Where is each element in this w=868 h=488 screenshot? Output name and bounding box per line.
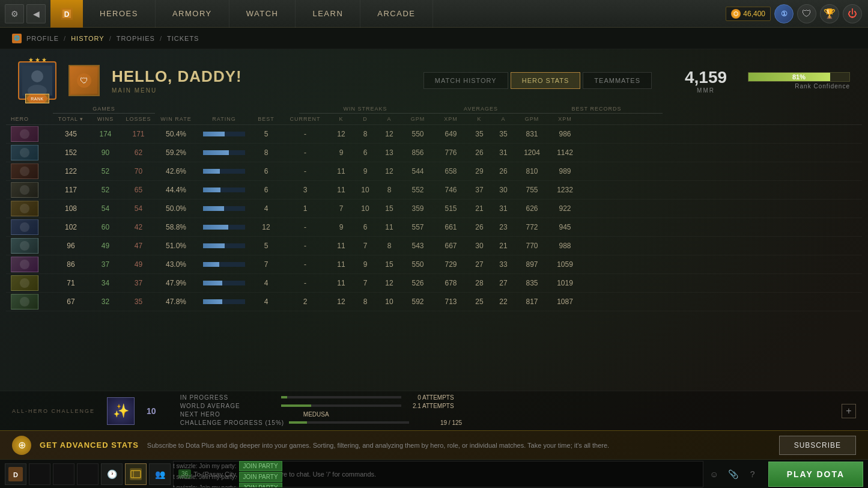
rating-bar-fill bbox=[203, 262, 219, 267]
next-hero-value: MEDUSA bbox=[281, 411, 329, 418]
cell-xpm: 661 bbox=[434, 223, 467, 231]
dota-plus-button[interactable]: ① bbox=[774, 4, 794, 23]
cell-current: - bbox=[281, 167, 329, 175]
breadcrumb-trophies[interactable]: TROPHIES bbox=[117, 35, 155, 42]
col-k: K bbox=[329, 116, 353, 122]
nav-heroes[interactable]: HEROES bbox=[83, 0, 156, 28]
cell-losses: 65 bbox=[122, 186, 155, 194]
cell-losses: 47 bbox=[122, 242, 155, 250]
emoji-button[interactable]: ☺ bbox=[706, 466, 723, 483]
tab-match-history[interactable]: MATCH HISTORY bbox=[423, 72, 508, 89]
nav-watch[interactable]: WATCH bbox=[229, 0, 296, 28]
hero-thumb-cell bbox=[11, 275, 53, 291]
cell-rating bbox=[197, 150, 251, 155]
rating-bar-fill bbox=[203, 299, 222, 304]
table-row[interactable]: 122 52 70 42.6% 6 - 11 9 12 544 658 29 2… bbox=[6, 162, 862, 181]
clock-button[interactable]: 🕐 bbox=[101, 463, 123, 485]
hero-portrait: 🛡 bbox=[68, 65, 100, 96]
col-total[interactable]: TOTAL ▾ bbox=[53, 116, 89, 122]
subscribe-button[interactable]: SUBSCRIBE bbox=[779, 436, 856, 455]
cell-winrate: 44.4% bbox=[155, 186, 197, 194]
window-btn-1[interactable] bbox=[29, 463, 50, 485]
cell-bxpm: 1142 bbox=[548, 148, 581, 157]
hero-thumbnail bbox=[11, 182, 38, 198]
table-row[interactable]: 345 174 171 50.4% 5 - 12 8 12 550 649 35… bbox=[6, 125, 862, 144]
dota-menu-button[interactable]: D bbox=[5, 463, 26, 485]
table-row[interactable]: 96 49 47 51.0% 5 - 11 7 8 543 667 30 21 … bbox=[6, 237, 862, 255]
rating-bar-fill bbox=[203, 150, 229, 155]
rating-bar bbox=[203, 281, 245, 285]
table-row[interactable]: 102 60 42 58.8% 12 - 9 6 11 557 661 26 2… bbox=[6, 218, 862, 237]
stats-table: GAMES WIN STREAKS AVERAGES BEST RECORDS … bbox=[0, 106, 868, 311]
cell-d: 6 bbox=[353, 148, 377, 157]
cell-total: 108 bbox=[53, 204, 89, 213]
play-dota-button[interactable]: PLAY DOTA bbox=[768, 462, 863, 487]
challenge-portrait: ✨ bbox=[107, 397, 135, 425]
shield-button[interactable]: 🛡 bbox=[797, 4, 816, 23]
cell-best: 6 bbox=[251, 167, 281, 175]
active-window-button[interactable] bbox=[125, 463, 147, 485]
achievements-button[interactable]: 🏆 bbox=[820, 4, 839, 23]
tab-teammates[interactable]: TEAMMATES bbox=[583, 72, 652, 89]
cell-d: 10 bbox=[353, 204, 377, 213]
breadcrumb: 🌐 PROFILE / HISTORY / TROPHIES / TICKETS bbox=[0, 28, 868, 49]
col-rating: RATING bbox=[197, 116, 251, 122]
hero-thumb-cell bbox=[11, 257, 53, 272]
power-button[interactable]: ⏻ bbox=[843, 4, 862, 23]
nav-arcade[interactable]: ARCADE bbox=[360, 0, 432, 28]
cell-xpm: 729 bbox=[434, 260, 467, 269]
hero-thumb-cell bbox=[11, 145, 53, 160]
star-1: ★ bbox=[28, 56, 34, 63]
settings-button[interactable]: ⚙ bbox=[5, 4, 24, 23]
cell-k: 11 bbox=[329, 242, 353, 250]
rank-bar: 81% bbox=[748, 72, 850, 82]
back-button[interactable]: ◀ bbox=[26, 4, 46, 23]
table-row[interactable]: 152 90 62 59.2% 8 - 9 6 13 856 776 26 31… bbox=[6, 144, 862, 162]
tab-hero-stats[interactable]: HERO STATS bbox=[511, 72, 581, 89]
join-party-btn-2[interactable]: JOIN PARTY bbox=[239, 472, 282, 482]
window-btn-2[interactable] bbox=[53, 463, 74, 485]
breadcrumb-icon: 🌐 bbox=[12, 34, 22, 43]
cell-wins: 174 bbox=[89, 130, 122, 138]
cell-ba: 23 bbox=[491, 223, 515, 231]
table-row[interactable]: 108 54 54 50.0% 4 1 7 10 15 359 515 21 3… bbox=[6, 200, 862, 218]
nav-learn[interactable]: LEARN bbox=[296, 0, 360, 28]
window-btn-3[interactable] bbox=[77, 463, 99, 485]
cell-k: 12 bbox=[329, 130, 353, 138]
cell-ba: 33 bbox=[491, 260, 515, 269]
breadcrumb-profile[interactable]: PROFILE bbox=[26, 35, 59, 42]
col-winrate: WIN RATE bbox=[155, 116, 197, 122]
join-party-btn-3[interactable]: JOIN PARTY bbox=[239, 483, 282, 487]
hero-thumbnail bbox=[11, 201, 38, 216]
table-row[interactable]: 71 34 37 47.9% 4 - 11 7 12 526 678 28 27… bbox=[6, 274, 862, 293]
help-button[interactable]: ? bbox=[744, 466, 761, 483]
friends-button[interactable]: 👥 bbox=[149, 463, 171, 485]
cell-wins: 49 bbox=[89, 242, 122, 250]
cell-best: 12 bbox=[251, 223, 281, 231]
hero-thumb-cell bbox=[11, 163, 53, 179]
cell-xpm: 649 bbox=[434, 130, 467, 138]
subscribe-title: GET ADVANCED STATS bbox=[40, 441, 139, 450]
cell-winrate: 59.2% bbox=[155, 148, 197, 157]
hero-thumbnail bbox=[11, 219, 38, 235]
breadcrumb-history[interactable]: HISTORY bbox=[71, 35, 105, 42]
dota-logo[interactable]: D bbox=[50, 0, 83, 28]
breadcrumb-sep-3: / bbox=[160, 35, 162, 42]
col-group-winstreaks: WIN STREAKS bbox=[299, 106, 431, 114]
gold-display: ⬡ 46,400 bbox=[726, 7, 771, 21]
table-row[interactable]: 117 52 65 44.4% 6 3 11 10 8 552 746 37 3… bbox=[6, 181, 862, 200]
cell-winrate: 50.4% bbox=[155, 130, 197, 138]
sticker-button[interactable]: 📎 bbox=[725, 466, 742, 483]
cell-bgpm: 810 bbox=[515, 167, 548, 175]
table-row[interactable]: 67 32 35 47.8% 4 2 12 8 10 592 713 25 22… bbox=[6, 293, 862, 311]
challenge-progress-label: CHALLENGE PROGRESS (15%) bbox=[180, 419, 285, 426]
col-group-winrate bbox=[155, 106, 251, 114]
cell-a: 15 bbox=[377, 260, 401, 269]
rating-bar-fill bbox=[203, 206, 224, 211]
breadcrumb-tickets[interactable]: TICKETS bbox=[167, 35, 199, 42]
table-row[interactable]: 86 37 49 43.0% 7 - 11 9 15 550 729 27 33… bbox=[6, 255, 862, 274]
nav-armory[interactable]: ARMORY bbox=[156, 0, 229, 28]
join-party-btn-1[interactable]: JOIN PARTY bbox=[239, 461, 282, 471]
cell-gpm: 526 bbox=[401, 279, 434, 287]
challenge-expand-button[interactable]: + bbox=[842, 404, 856, 418]
